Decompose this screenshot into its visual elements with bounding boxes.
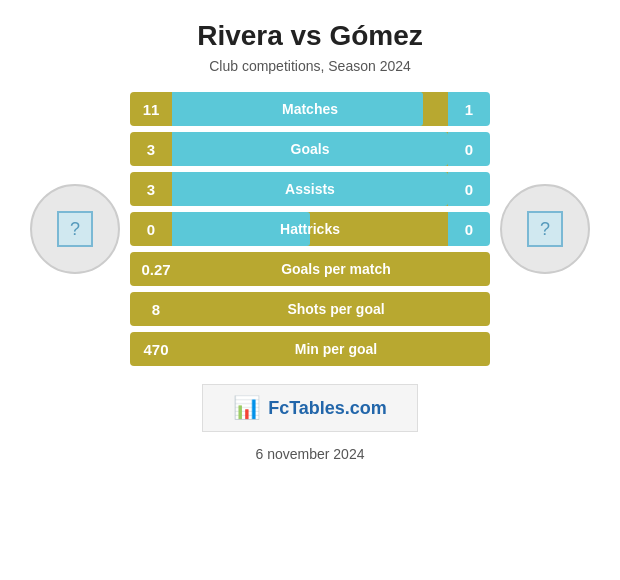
stat-row-simple: 470Min per goal (130, 332, 490, 366)
stat-left-val: 0 (130, 212, 172, 246)
stat-left-val: 3 (130, 172, 172, 206)
stat-label-wrap: Min per goal (182, 332, 490, 366)
stat-label: Hattricks (280, 221, 340, 237)
right-avatar-placeholder: ? (527, 211, 563, 247)
stat-label-wrap: Goals per match (182, 252, 490, 286)
stat-left-val: 11 (130, 92, 172, 126)
right-avatar: ? (500, 184, 590, 274)
page-title: Rivera vs Gómez (197, 20, 423, 52)
logo-area: 📊 FcTables.com (202, 384, 418, 432)
stat-right-val: 0 (448, 132, 490, 166)
stat-label-wrap: Assists (172, 172, 448, 206)
stat-row: 3Goals0 (130, 132, 490, 166)
stat-label-wrap: Matches (172, 92, 448, 126)
stat-left-val: 470 (130, 332, 182, 366)
stat-label: Goals per match (281, 261, 391, 277)
page-subtitle: Club competitions, Season 2024 (209, 58, 411, 74)
left-avatar-placeholder: ? (57, 211, 93, 247)
logo-icon: 📊 (233, 395, 260, 421)
stat-row: 0Hattricks0 (130, 212, 490, 246)
stat-right-val: 1 (448, 92, 490, 126)
stat-left-val: 3 (130, 132, 172, 166)
footer-date: 6 november 2024 (256, 446, 365, 462)
logo-text: FcTables.com (268, 398, 387, 419)
stats-column: 11Matches13Goals03Assists00Hattricks00.2… (130, 92, 490, 366)
stat-label-wrap: Shots per goal (182, 292, 490, 326)
stat-label-wrap: Hattricks (172, 212, 448, 246)
stat-row-simple: 8Shots per goal (130, 292, 490, 326)
stat-row: 11Matches1 (130, 92, 490, 126)
stat-label-wrap: Goals (172, 132, 448, 166)
comparison-area: ? 11Matches13Goals03Assists00Hattricks00… (10, 92, 610, 366)
stat-right-val: 0 (448, 172, 490, 206)
stat-label: Min per goal (295, 341, 377, 357)
stat-row-simple: 0.27Goals per match (130, 252, 490, 286)
stat-label: Goals (291, 141, 330, 157)
page-container: Rivera vs Gómez Club competitions, Seaso… (0, 0, 620, 580)
left-avatar: ? (30, 184, 120, 274)
stat-left-val: 8 (130, 292, 182, 326)
stat-label: Shots per goal (287, 301, 384, 317)
stat-left-val: 0.27 (130, 252, 182, 286)
stat-right-val: 0 (448, 212, 490, 246)
stat-label: Assists (285, 181, 335, 197)
stat-label: Matches (282, 101, 338, 117)
stat-row: 3Assists0 (130, 172, 490, 206)
